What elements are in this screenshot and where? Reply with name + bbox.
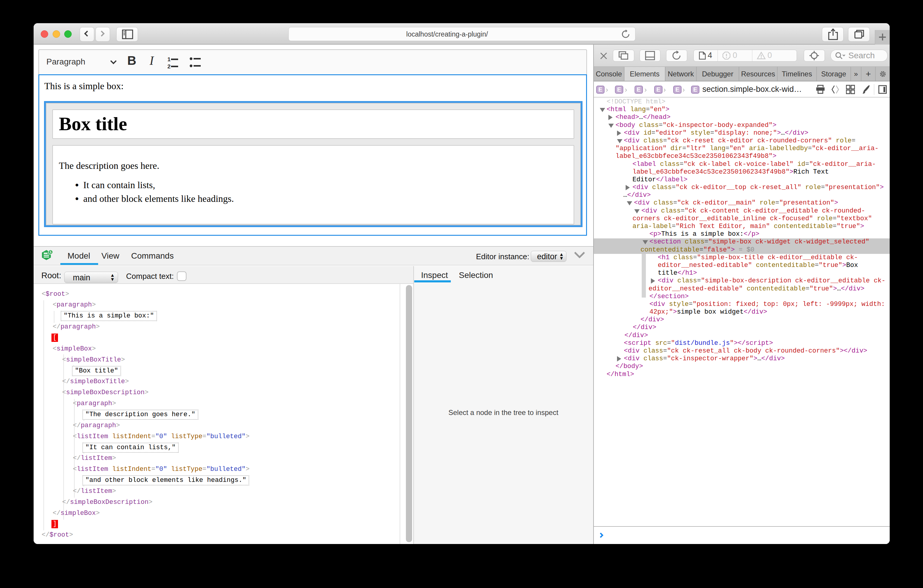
svg-text:5: 5 (50, 250, 51, 254)
